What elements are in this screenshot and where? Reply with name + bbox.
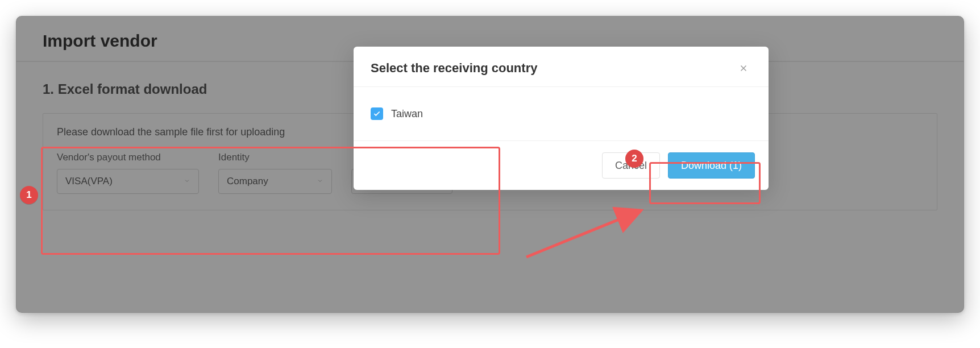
modal-body: Taiwan [354,87,769,140]
annotation-badge-2: 2 [625,150,643,168]
modal-title: Select the receiving country [371,61,537,76]
country-option-label: Taiwan [391,108,423,120]
close-icon[interactable] [736,60,751,76]
annotation-badge-1: 1 [20,186,38,204]
annotation-box-2 [649,162,761,204]
modal-header: Select the receiving country [354,47,769,87]
svg-line-2 [526,210,641,257]
checkbox-checked-icon [371,107,383,120]
annotation-arrow-icon [521,201,657,264]
country-option-taiwan[interactable]: Taiwan [371,107,751,120]
annotation-box-1 [41,147,500,255]
